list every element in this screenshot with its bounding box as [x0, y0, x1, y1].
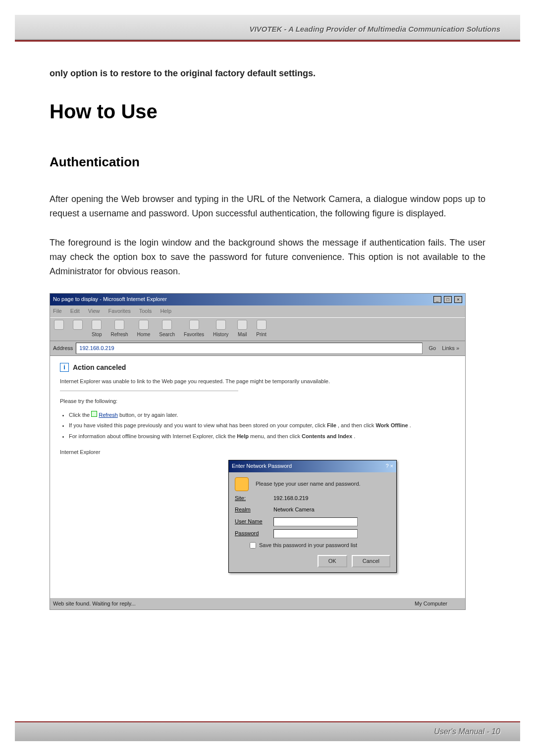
menu-edit[interactable]: Edit	[70, 308, 80, 314]
search-button[interactable]: Search	[159, 320, 175, 339]
status-zone: My Computer	[400, 600, 462, 608]
bullet-1: Click the Refresh button, or try again l…	[69, 411, 455, 420]
bullet-2: If you have visited this page previously…	[69, 421, 455, 430]
dialog-titlebar: Enter Network Password ? ×	[229, 460, 396, 472]
mail-icon	[237, 320, 247, 330]
password-dialog: Enter Network Password ? × Please type y…	[228, 460, 397, 573]
realm-value: Network Camera	[273, 505, 315, 514]
menu-view[interactable]: View	[88, 308, 100, 314]
go-button[interactable]: Go	[426, 343, 439, 354]
ie-content-area: i Action canceled Internet Explorer was …	[50, 356, 465, 608]
document-content: only option is to restore to the origina…	[0, 42, 535, 635]
refresh-button[interactable]: Refresh	[111, 320, 128, 339]
address-label: Address	[53, 344, 73, 353]
paragraph-2: The foreground is the login window and t…	[50, 236, 485, 278]
refresh-inline-icon	[91, 411, 97, 417]
status-text: Web site found. Waiting for reply...	[53, 600, 136, 608]
dialog-instruction: Please type your user name and password.	[256, 480, 361, 489]
menu-favorites[interactable]: Favorites	[108, 308, 131, 314]
dialog-instruction-row: Please type your user name and password.	[235, 477, 390, 491]
search-icon	[162, 320, 172, 330]
maximize-icon[interactable]: □	[444, 296, 452, 303]
save-password-checkbox[interactable]	[250, 542, 256, 549]
dialog-body: Please type your user name and password.…	[229, 472, 396, 572]
realm-row: Realm Network Camera	[235, 505, 390, 514]
mail-button[interactable]: Mail	[237, 320, 247, 339]
dialog-buttons: OK Cancel	[235, 555, 390, 568]
back-button[interactable]	[54, 320, 64, 339]
ok-button[interactable]: OK	[318, 555, 347, 568]
menu-file[interactable]: File	[53, 308, 62, 314]
username-label: User Name	[235, 517, 269, 526]
username-input[interactable]	[273, 517, 358, 526]
ie-statusbar: Web site found. Waiting for reply... My …	[50, 598, 465, 610]
action-canceled-row: i Action canceled	[60, 362, 455, 373]
ie-addressbar: Address 192.168.0.219 Go Links »	[50, 341, 465, 356]
menu-help[interactable]: Help	[160, 308, 171, 314]
favorites-icon	[189, 320, 199, 330]
ie-window: No page to display - Microsoft Internet …	[50, 293, 466, 610]
dialog-help-icon[interactable]: ? ×	[385, 462, 393, 471]
intro-bold: only option is to restore to the origina…	[50, 66, 485, 81]
action-canceled-heading: Action canceled	[73, 362, 126, 373]
username-row: User Name	[235, 517, 390, 526]
favorites-button[interactable]: Favorites	[184, 320, 204, 339]
dialog-title: Enter Network Password	[232, 462, 292, 471]
bullet-3: For information about offline browsing w…	[69, 432, 455, 441]
info-icon: i	[60, 363, 69, 372]
ie-title: No page to display - Microsoft Internet …	[53, 295, 167, 304]
password-input[interactable]	[273, 529, 358, 538]
ie-toolbar: Stop Refresh Home Search Favorites Histo…	[50, 317, 465, 341]
ie-label: Internet Explorer	[60, 448, 455, 457]
realm-label: Realm	[235, 505, 269, 514]
forward-button[interactable]	[73, 320, 83, 339]
address-value: 192.168.0.219	[79, 345, 114, 351]
page-footer: User's Manual - 10	[15, 721, 520, 741]
key-icon	[235, 477, 249, 491]
minimize-icon[interactable]: _	[433, 296, 441, 303]
forward-icon	[73, 320, 83, 330]
ie-menubar: File Edit View Favorites Tools Help	[50, 305, 465, 317]
history-icon	[216, 320, 226, 330]
history-button[interactable]: History	[213, 320, 228, 339]
window-controls: _ □ ×	[432, 295, 462, 304]
suggestion-list: Click the Refresh button, or try again l…	[69, 411, 455, 441]
footer-text: User's Manual - 10	[434, 727, 500, 736]
address-input[interactable]: 192.168.0.219	[76, 343, 423, 354]
stop-icon	[92, 320, 102, 330]
divider	[60, 391, 238, 391]
stop-button[interactable]: Stop	[92, 320, 102, 339]
links-button[interactable]: Links »	[439, 343, 462, 354]
site-value: 192.168.0.219	[273, 494, 308, 503]
print-icon	[257, 320, 267, 330]
home-icon	[139, 320, 149, 330]
back-icon	[54, 320, 64, 330]
heading-how-to-use: How to Use	[50, 96, 485, 127]
ie-titlebar: No page to display - Microsoft Internet …	[50, 294, 465, 305]
site-label: Site:	[235, 494, 269, 503]
cancel-button[interactable]: Cancel	[352, 555, 390, 568]
action-canceled-text: Internet Explorer was unable to link to …	[60, 377, 455, 386]
refresh-icon	[114, 320, 124, 330]
page-header: VIVOTEK - A Leading Provider of Multimed…	[15, 15, 520, 40]
refresh-link[interactable]: Refresh	[99, 412, 118, 418]
paragraph-1: After opening the Web browser and typing…	[50, 192, 485, 221]
heading-authentication: Authentication	[50, 152, 485, 173]
save-password-label: Save this password in your password list	[259, 541, 357, 550]
home-button[interactable]: Home	[137, 320, 151, 339]
try-following: Please try the following:	[60, 397, 455, 406]
save-password-row: Save this password in your password list	[250, 541, 390, 550]
close-icon[interactable]: ×	[454, 296, 462, 303]
print-button[interactable]: Print	[256, 320, 267, 339]
header-tagline: VIVOTEK - A Leading Provider of Multimed…	[250, 25, 500, 33]
password-row: Password	[235, 529, 390, 538]
site-row: Site: 192.168.0.219	[235, 494, 390, 503]
menu-tools[interactable]: Tools	[139, 308, 152, 314]
password-label: Password	[235, 529, 269, 538]
